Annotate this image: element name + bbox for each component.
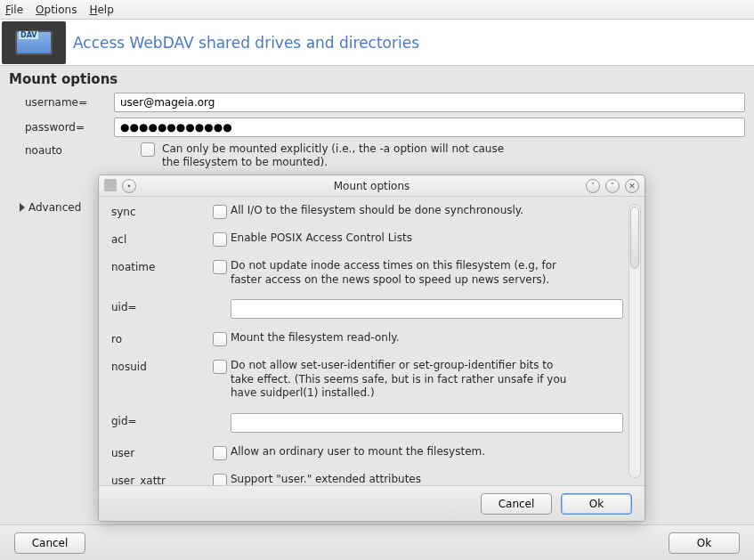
banner: Access WebDAV shared drives and director… [0,20,754,66]
checkbox-acl[interactable] [213,232,227,247]
window-icon [104,179,117,191]
section-title: Mount options [9,71,745,87]
dialog-body: sync All I/O to the filesystem should be… [99,197,645,485]
checkbox-user-xattr[interactable] [213,474,227,485]
checkbox-noatime[interactable] [213,260,227,274]
label-gid: gid= [111,413,209,427]
password-input[interactable] [114,118,745,137]
row-password: password= [9,118,745,137]
banner-title: Access WebDAV shared drives and director… [73,34,419,52]
ok-button[interactable]: Ok [669,532,740,554]
label-username: username= [9,96,114,109]
scrollbar-thumb[interactable] [630,207,639,269]
label-nosuid: nosuid [111,359,209,373]
row-noauto: noauto Can only be mounted explicitly (i… [9,142,745,169]
uid-input[interactable] [231,299,623,319]
window-minimize-icon[interactable]: ˅ [586,179,600,193]
desc-user-xattr: Support "user." extended attributes [231,473,578,485]
menu-help[interactable]: Help [89,4,113,16]
window-maximize-icon[interactable]: ˄ [605,179,620,193]
gid-input[interactable] [231,413,623,433]
desc-ro: Mount the filesystem read-only. [231,331,578,345]
label-ro: ro [111,331,209,345]
dialog-cancel-button[interactable]: Cancel [481,493,552,515]
label-user-xattr: user_xattr [111,473,209,485]
desc-user: Allow an ordinary user to mount the file… [231,445,578,459]
label-uid: uid= [111,299,209,313]
scrollbar[interactable] [628,204,641,478]
dialog-ok-button[interactable]: Ok [561,493,632,515]
mount-options-dialog: • Mount options ˅ ˄ ✕ sync All I/O to th… [98,174,645,522]
desc-nosuid: Do not allow set-user-identifier or set-… [231,359,578,401]
menubar: File Options Help [0,0,754,20]
checkbox-sync[interactable] [213,205,227,219]
window-close-icon[interactable]: ✕ [625,179,639,193]
desc-noauto: Can only be mounted explicitly (i.e., th… [162,142,509,169]
username-input[interactable] [114,93,745,112]
label-noauto: noauto [9,142,114,157]
window-sticky-icon[interactable]: • [122,179,136,193]
dialog-footer: Cancel Ok [99,485,645,521]
desc-noatime: Do not update inode access times on this… [231,259,578,287]
cancel-button[interactable]: Cancel [14,532,85,554]
label-sync: sync [111,204,209,218]
dialog-titlebar: • Mount options ˅ ˄ ✕ [99,175,645,197]
label-acl: acl [111,231,209,246]
main-footer: Cancel Ok [0,524,754,560]
desc-acl: Enable POSIX Access Control Lists [231,231,578,246]
label-user: user [111,445,209,459]
menu-options[interactable]: Options [36,4,77,16]
menu-file[interactable]: File [5,4,23,16]
label-noatime: noatime [111,259,209,273]
webdav-icon [2,21,66,64]
checkbox-ro[interactable] [213,332,227,346]
chevron-right-icon [20,203,25,212]
dialog-title: Mount options [334,180,410,192]
advanced-label: Advanced [28,201,81,214]
desc-sync: All I/O to the filesystem should be done… [231,204,578,218]
checkbox-user[interactable] [213,446,227,460]
checkbox-nosuid[interactable] [213,360,227,374]
label-password: password= [9,121,114,134]
row-username: username= [9,93,745,112]
checkbox-noauto[interactable] [141,142,155,157]
